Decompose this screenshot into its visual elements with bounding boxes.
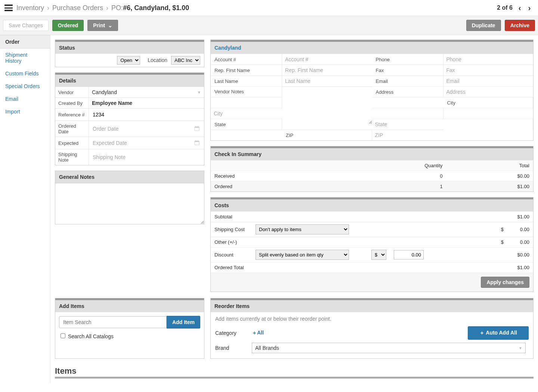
- blank-label-1: [211, 97, 282, 108]
- sidebar-item-import[interactable]: Import: [0, 105, 50, 118]
- reference-label: Reference #: [55, 109, 89, 121]
- vendor-address2-input[interactable]: [372, 97, 443, 108]
- checkin-col-qty: Quantity: [333, 161, 446, 171]
- chevron-down-icon[interactable]: ▼: [197, 90, 201, 94]
- ordered-date-input[interactable]: [92, 124, 192, 133]
- plus-icon: ＋: [252, 330, 257, 336]
- search-all-catalogs-label[interactable]: Search All Catalogs: [59, 333, 114, 339]
- ordered-button[interactable]: Ordered: [52, 20, 84, 31]
- items-heading: Items: [55, 365, 534, 379]
- vendor-city-input[interactable]: [211, 108, 282, 119]
- shipping-note-input[interactable]: [92, 153, 201, 162]
- details-panel: Details Vendor Candyland ▼ Created By Em…: [55, 72, 204, 165]
- status-select[interactable]: Open: [117, 56, 140, 65]
- sidebar-item-order[interactable]: Order: [0, 35, 50, 49]
- category-all-link[interactable]: ＋All: [252, 330, 465, 336]
- svg-rect-7: [198, 140, 198, 141]
- discount-label: Discount: [211, 248, 252, 262]
- shipping-label: Shipping Cost: [211, 222, 252, 237]
- print-button[interactable]: Print ⌄: [87, 20, 118, 31]
- duplicate-button[interactable]: Duplicate: [466, 20, 501, 31]
- calendar-icon[interactable]: [194, 126, 200, 132]
- vendor-zip-input[interactable]: [372, 130, 443, 140]
- reorder-items-panel: Reorder Items Add items currently at or …: [210, 298, 534, 359]
- brand-select[interactable]: All Brands: [255, 345, 279, 351]
- add-items-panel: Add Items Add Item Search All Catalogs: [55, 298, 204, 359]
- svg-rect-1: [195, 127, 199, 128]
- search-all-text: Search All Catalogs: [68, 333, 114, 339]
- reorder-note: Add items currently at or below their re…: [212, 316, 532, 325]
- checkin-ordered-total: $1.00: [446, 181, 533, 192]
- brand-label: Brand: [215, 345, 249, 351]
- other-label: Other (+/-): [211, 237, 252, 248]
- expected-date-input[interactable]: [92, 139, 192, 147]
- status-title: Status: [55, 40, 204, 54]
- sidebar: Order Shipment History Custom Fields Spe…: [0, 35, 50, 383]
- reorder-items-title: Reorder Items: [211, 298, 533, 312]
- add-item-button[interactable]: Add Item: [167, 316, 200, 329]
- discount-type-select[interactable]: $: [371, 250, 386, 260]
- discount-rule-select[interactable]: Split evenly based on item qty: [256, 250, 349, 260]
- vendor-address-input[interactable]: [443, 87, 534, 97]
- vendor-account-label: Account #: [211, 54, 282, 65]
- action-bar: Save Changes Ordered Print ⌄ Duplicate A…: [0, 16, 538, 35]
- crumb-module[interactable]: Inventory: [16, 4, 44, 12]
- checkin-col-total: Total: [446, 161, 533, 171]
- vendor-rep-first-input[interactable]: [282, 65, 372, 75]
- general-notes-input[interactable]: [55, 183, 204, 224]
- expected-label: Expected: [55, 137, 89, 149]
- calendar-icon[interactable]: [194, 140, 200, 146]
- blank-label-3: [443, 119, 534, 130]
- other-value: 0.00: [520, 239, 529, 245]
- auto-add-all-button[interactable]: ＋ Auto Add All: [468, 326, 529, 340]
- sidebar-item-email[interactable]: Email: [0, 93, 50, 105]
- save-button: Save Changes: [3, 20, 49, 31]
- checkin-received-qty: 0: [333, 171, 446, 181]
- vendor-phone-input[interactable]: [443, 54, 534, 65]
- item-search-input[interactable]: [59, 316, 167, 328]
- vendor-notes-input[interactable]: [282, 87, 372, 124]
- location-label: Location: [148, 57, 167, 63]
- vendor-last-name-input[interactable]: [282, 76, 372, 86]
- checkin-received-label: Received: [211, 171, 333, 181]
- vendor-phone-label: Phone: [372, 54, 443, 65]
- print-label: Print: [93, 22, 105, 28]
- sidebar-item-custom-fields[interactable]: Custom Fields: [0, 67, 50, 80]
- discount-total: $0.00: [427, 248, 533, 262]
- vendor-fax-input[interactable]: [443, 65, 534, 75]
- vendor-label: Vendor: [55, 87, 89, 97]
- reference-input[interactable]: [92, 110, 201, 119]
- checkin-ordered-label: Ordered: [211, 181, 333, 192]
- crumb-section[interactable]: Purchase Orders: [52, 4, 103, 12]
- general-notes-panel: General Notes: [55, 171, 204, 225]
- crumb-current: #6, Candyland, $1.00: [123, 4, 189, 12]
- archive-button[interactable]: Archive: [505, 20, 535, 31]
- general-notes-title: General Notes: [55, 171, 204, 183]
- vendor-email-input[interactable]: [443, 76, 534, 86]
- sidebar-item-special-orders[interactable]: Special Orders: [0, 80, 50, 93]
- vendor-state-input[interactable]: [372, 119, 443, 130]
- vendor-value[interactable]: Candyland: [92, 89, 195, 95]
- apply-changes-button[interactable]: Apply changes: [481, 277, 529, 288]
- pager-text: 2 of 6: [497, 4, 513, 11]
- discount-amount-input[interactable]: [394, 250, 424, 259]
- shipping-rule-select[interactable]: Don't apply to items: [256, 224, 349, 234]
- subtotal-value: $1.00: [427, 212, 533, 222]
- vendor-notes-label: Vendor Notes: [211, 86, 282, 97]
- chevron-down-icon[interactable]: ▼: [519, 346, 522, 350]
- vendor-link[interactable]: Candyland: [214, 45, 241, 51]
- svg-rect-3: [198, 126, 198, 127]
- vendor-panel: Candyland Account # Phone Rep. First Nam…: [210, 40, 534, 141]
- location-select[interactable]: ABC Inc: [171, 56, 200, 65]
- checkin-ordered-qty: 1: [333, 181, 446, 192]
- search-all-catalogs-checkbox[interactable]: [61, 333, 65, 338]
- pager-next-icon[interactable]: ›: [525, 4, 534, 12]
- sidebar-item-shipment-history[interactable]: Shipment History: [0, 49, 50, 67]
- pager-prev-icon[interactable]: ‹: [516, 4, 524, 12]
- category-label: Category: [215, 330, 249, 336]
- vendor-account-input[interactable]: [282, 54, 372, 65]
- shipping-currency: $: [501, 227, 504, 232]
- created-by-value: Employee Name: [92, 100, 132, 106]
- svg-rect-6: [196, 140, 197, 141]
- vendor-address-label: Address: [372, 86, 443, 97]
